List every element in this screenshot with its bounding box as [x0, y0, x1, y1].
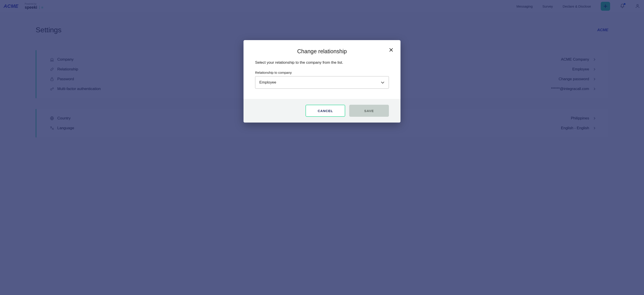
- relationship-select-value: Employee: [259, 80, 276, 85]
- modal-overlay[interactable]: Change relationship Select your relation…: [0, 0, 644, 295]
- modal-footer: CANCEL SAVE: [244, 99, 400, 123]
- modal-title: Change relationship: [255, 48, 389, 55]
- modal-description: Select your relationship to the company …: [255, 60, 389, 65]
- save-button[interactable]: SAVE: [349, 105, 389, 117]
- modal-close-button[interactable]: [388, 47, 394, 53]
- relationship-select[interactable]: Employee: [255, 76, 389, 89]
- relationship-field-label: Relationship to company: [255, 71, 389, 74]
- close-icon: [389, 48, 393, 52]
- chevron-down-icon: [381, 80, 384, 83]
- cancel-button[interactable]: CANCEL: [306, 105, 345, 117]
- change-relationship-modal: Change relationship Select your relation…: [244, 40, 400, 123]
